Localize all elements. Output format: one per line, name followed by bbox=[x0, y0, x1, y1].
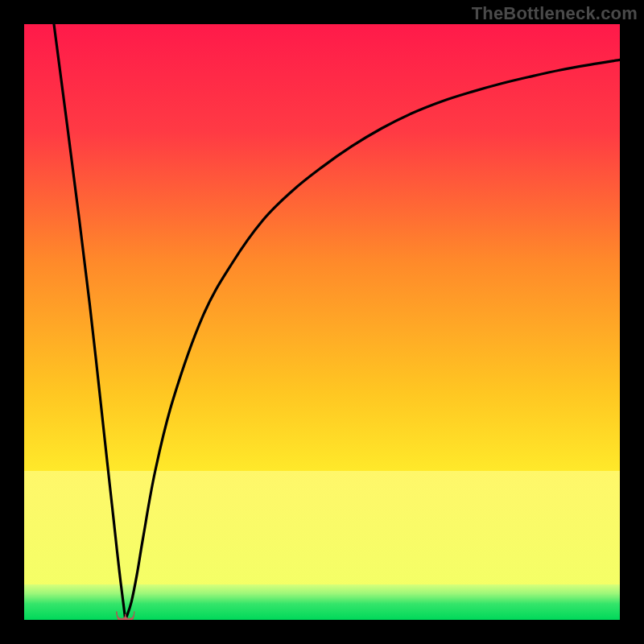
bottleneck-chart bbox=[24, 24, 620, 620]
green-band bbox=[24, 584, 620, 620]
chart-frame: TheBottleneck.com bbox=[0, 0, 644, 644]
watermark-text: TheBottleneck.com bbox=[472, 3, 638, 24]
